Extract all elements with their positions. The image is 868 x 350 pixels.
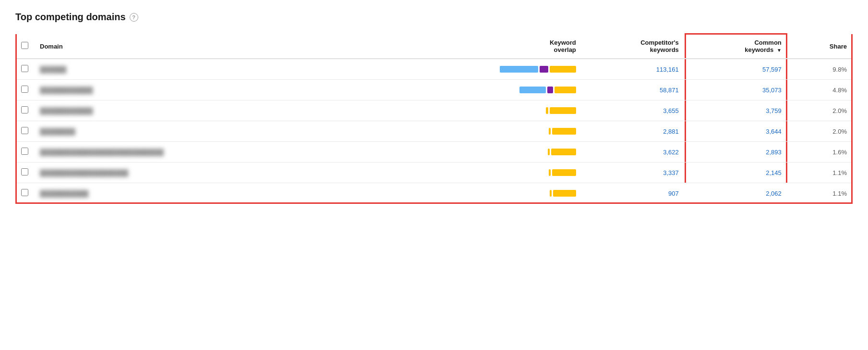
keyword-overlap-cell — [411, 100, 582, 121]
keyword-overlap-cell — [411, 162, 582, 183]
share-value: 9.8% — [832, 66, 847, 73]
competitor-keywords-cell[interactable]: 58,871 — [582, 80, 685, 100]
sort-arrow-icon: ▼ — [777, 48, 782, 53]
row-checkbox-cell — [15, 100, 34, 121]
bar-segment — [555, 87, 576, 93]
competitor-keywords-cell[interactable]: 2,881 — [582, 121, 685, 142]
domain-cell[interactable]: ████████████████████ — [34, 162, 411, 183]
keyword-overlap-cell — [411, 80, 582, 100]
domain-text: ████████████████████ — [40, 169, 128, 176]
competitor-keywords-cell[interactable]: 3,337 — [582, 162, 685, 183]
common-keywords-value[interactable]: 2,145 — [766, 169, 782, 176]
bar-segment — [546, 107, 548, 114]
table-row: ████████████58,87135,0734.8% — [15, 80, 853, 100]
competitor-keywords-value[interactable]: 113,161 — [656, 66, 679, 73]
bar-chart — [417, 106, 576, 115]
bar-segment — [550, 107, 576, 114]
row-checkbox[interactable] — [21, 148, 28, 155]
competitor-keywords-value[interactable]: 58,871 — [660, 87, 679, 94]
share-value: 2.0% — [832, 107, 847, 114]
header-checkbox-col — [15, 34, 34, 59]
header-domain: Domain — [34, 34, 411, 59]
domain-cell[interactable]: ███████████ — [34, 183, 411, 204]
domain-cell[interactable]: ████████████ — [34, 100, 411, 121]
competitor-keywords-value[interactable]: 3,622 — [663, 149, 679, 156]
row-checkbox-cell — [15, 59, 34, 80]
keyword-overlap-cell — [411, 121, 582, 142]
row-checkbox[interactable] — [21, 127, 28, 134]
header-common-keywords[interactable]: Common keywords ▼ — [685, 34, 787, 59]
bar-chart — [417, 65, 576, 74]
competitor-keywords-cell[interactable]: 907 — [582, 183, 685, 204]
share-cell: 2.0% — [787, 121, 853, 142]
domain-cell[interactable]: ████████████████████████████ — [34, 142, 411, 162]
common-keywords-cell[interactable]: 2,145 — [685, 162, 787, 183]
share-value: 1.6% — [832, 149, 847, 156]
competitor-keywords-value[interactable]: 3,337 — [663, 169, 679, 176]
select-all-checkbox[interactable] — [21, 42, 28, 49]
common-keywords-value[interactable]: 35,073 — [762, 87, 782, 94]
bar-chart — [417, 189, 576, 198]
competitor-keywords-cell[interactable]: 3,622 — [582, 142, 685, 162]
row-checkbox[interactable] — [21, 106, 28, 113]
keyword-overlap-cell — [411, 59, 582, 80]
help-icon[interactable]: ? — [130, 13, 138, 22]
common-keywords-cell[interactable]: 2,062 — [685, 183, 787, 204]
competitor-keywords-cell[interactable]: 3,655 — [582, 100, 685, 121]
domain-text: ████████████ — [40, 107, 93, 114]
common-keywords-value[interactable]: 3,644 — [766, 128, 782, 135]
table-wrapper: Domain Keyword overlap Competitor's keyw… — [15, 34, 853, 204]
row-checkbox[interactable] — [21, 189, 28, 196]
table-row: ██████113,16157,5979.8% — [15, 59, 853, 80]
share-cell: 1.1% — [787, 183, 853, 204]
bar-segment — [500, 66, 538, 73]
row-checkbox[interactable] — [21, 65, 28, 72]
row-checkbox[interactable] — [21, 168, 28, 175]
domain-cell[interactable]: ████████████ — [34, 80, 411, 100]
competitor-keywords-cell[interactable]: 113,161 — [582, 59, 685, 80]
table-row: ████████████████████████████3,6222,8931.… — [15, 142, 853, 162]
share-cell: 9.8% — [787, 59, 853, 80]
row-checkbox-cell — [15, 142, 34, 162]
competitor-keywords-value[interactable]: 2,881 — [663, 128, 679, 135]
common-keywords-cell[interactable]: 35,073 — [685, 80, 787, 100]
bar-segment — [547, 87, 553, 93]
common-keywords-cell[interactable]: 3,644 — [685, 121, 787, 142]
row-checkbox[interactable] — [21, 86, 28, 93]
share-cell: 1.6% — [787, 142, 853, 162]
table-row: ████████████3,6553,7592.0% — [15, 100, 853, 121]
share-value: 4.8% — [832, 87, 847, 94]
table-row: ███████████9072,0621.1% — [15, 183, 853, 204]
common-keywords-cell[interactable]: 3,759 — [685, 100, 787, 121]
common-keywords-value[interactable]: 57,597 — [762, 66, 782, 73]
domain-cell[interactable]: ████████ — [34, 121, 411, 142]
domain-text: ████████ — [40, 128, 75, 135]
bar-segment — [549, 128, 551, 135]
competitor-keywords-value[interactable]: 907 — [668, 190, 679, 197]
row-checkbox-cell — [15, 183, 34, 204]
share-cell: 4.8% — [787, 80, 853, 100]
competitor-keywords-value[interactable]: 3,655 — [663, 107, 679, 114]
share-cell: 2.0% — [787, 100, 853, 121]
page-title: Top competing domains — [15, 12, 126, 23]
share-value: 1.1% — [832, 190, 847, 197]
keyword-overlap-cell — [411, 142, 582, 162]
common-keywords-value[interactable]: 2,893 — [766, 149, 782, 156]
bar-segment — [550, 66, 576, 73]
share-cell: 1.1% — [787, 162, 853, 183]
row-checkbox-cell — [15, 121, 34, 142]
common-keywords-value[interactable]: 2,062 — [766, 190, 782, 197]
bar-segment — [552, 169, 576, 176]
common-keywords-cell[interactable]: 2,893 — [685, 142, 787, 162]
bar-segment — [519, 87, 546, 93]
domain-cell[interactable]: ██████ — [34, 59, 411, 80]
common-keywords-cell[interactable]: 57,597 — [685, 59, 787, 80]
bar-segment — [549, 169, 551, 176]
bar-segment — [553, 190, 576, 197]
share-value: 1.1% — [832, 169, 847, 176]
domain-text: ████████████ — [40, 87, 93, 94]
common-keywords-value[interactable]: 3,759 — [766, 107, 782, 114]
header-competitor-keywords: Competitor's keywords — [582, 34, 685, 59]
domain-text: ████████████████████████████ — [40, 149, 164, 156]
bar-segment — [551, 149, 576, 155]
